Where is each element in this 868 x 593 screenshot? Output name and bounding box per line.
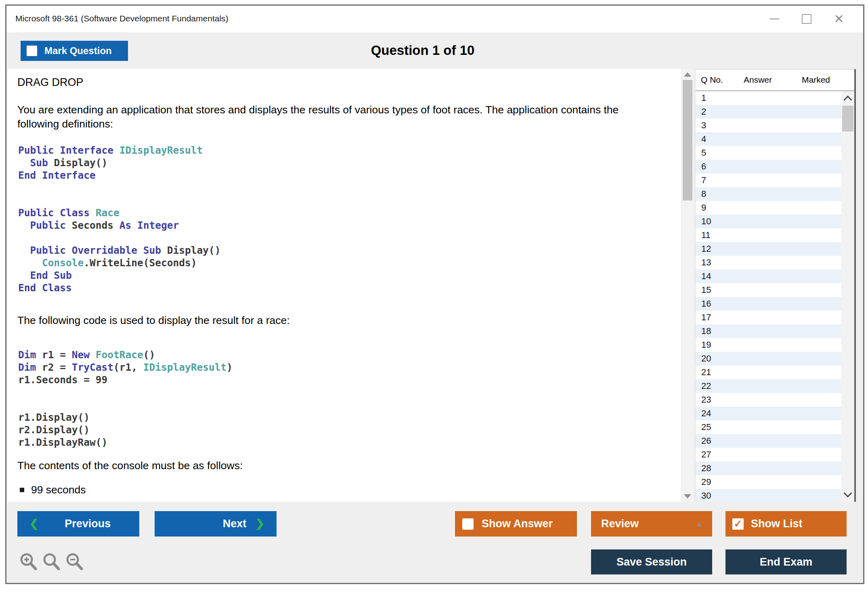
review-button[interactable]: Review ▲ bbox=[591, 511, 712, 537]
review-label: Review bbox=[601, 518, 639, 530]
list-item[interactable]: 1 bbox=[696, 91, 841, 105]
show-answer-label: Show Answer bbox=[482, 518, 553, 530]
minimize-button[interactable] bbox=[768, 13, 781, 25]
maximize-icon bbox=[802, 14, 811, 24]
code-intro-text: The following code is used to display th… bbox=[17, 313, 290, 328]
list-item[interactable]: 8 bbox=[696, 187, 841, 201]
show-list-button[interactable]: ✓ Show List bbox=[725, 511, 847, 537]
app-window: Microsoft 98-361 (Software Development F… bbox=[5, 4, 864, 584]
question-list-rows: 1234567891011121314151617181920212223242… bbox=[696, 91, 841, 502]
list-scroll-up-icon[interactable] bbox=[843, 96, 852, 104]
list-item[interactable]: 27 bbox=[696, 448, 841, 461]
close-icon: ✕ bbox=[834, 13, 844, 25]
title-bar: Microsoft 98-361 (Software Development F… bbox=[6, 6, 863, 32]
list-item[interactable]: 15 bbox=[696, 283, 841, 297]
window-controls: ✕ bbox=[768, 6, 845, 32]
list-item[interactable]: 11 bbox=[696, 228, 841, 242]
column-header-qno: Q No. bbox=[701, 75, 723, 85]
show-answer-checkbox[interactable] bbox=[462, 518, 474, 530]
app-body: Mark Question Question 1 of 10 DRAG DROP… bbox=[6, 32, 863, 583]
question-type-label: DRAG DROP bbox=[17, 76, 84, 89]
column-header-answer: Answer bbox=[730, 75, 786, 85]
chevron-left-icon: ❮ bbox=[29, 518, 39, 529]
chevron-right-icon: ❯ bbox=[255, 518, 264, 529]
list-item[interactable]: 18 bbox=[696, 324, 841, 338]
list-item[interactable]: 4 bbox=[696, 132, 841, 146]
window-title: Microsoft 98-361 (Software Development F… bbox=[15, 14, 229, 23]
list-item[interactable]: 13 bbox=[696, 256, 841, 269]
list-item[interactable]: 9 bbox=[696, 201, 841, 215]
scroll-up-arrow-icon[interactable] bbox=[684, 72, 691, 77]
save-session-label: Save Session bbox=[616, 556, 687, 568]
bullet-icon bbox=[20, 488, 24, 492]
previous-button[interactable]: ❮ Previous bbox=[17, 511, 139, 537]
previous-label: Previous bbox=[39, 518, 137, 530]
save-session-button[interactable]: Save Session bbox=[591, 549, 712, 574]
question-content: DRAG DROP You are extending an applicati… bbox=[8, 69, 681, 502]
next-label: Next bbox=[223, 518, 247, 530]
zoom-in-icon[interactable] bbox=[19, 552, 38, 572]
list-item[interactable]: 3 bbox=[696, 119, 841, 132]
maximize-button[interactable] bbox=[800, 13, 813, 25]
console-intro-text: The contents of the console must be as f… bbox=[17, 459, 243, 473]
list-scrollbar-thumb[interactable] bbox=[842, 106, 853, 132]
next-button[interactable]: Next ❯ bbox=[155, 511, 277, 537]
list-item[interactable]: 29 bbox=[696, 475, 841, 489]
content-scrollbar[interactable] bbox=[682, 69, 693, 502]
question-intro-text: You are extending an application that st… bbox=[17, 103, 657, 131]
checkmark-icon: ✓ bbox=[734, 519, 742, 529]
list-item[interactable]: 10 bbox=[696, 215, 841, 228]
list-item[interactable]: 17 bbox=[696, 311, 841, 324]
list-item[interactable]: 5 bbox=[696, 146, 841, 160]
question-list-panel: Q No. Answer Marked 12345678910111213141… bbox=[695, 69, 856, 502]
list-item[interactable]: 2 bbox=[696, 105, 841, 119]
question-counter: Question 1 of 10 bbox=[6, 43, 839, 58]
list-item[interactable]: 6 bbox=[696, 160, 841, 173]
end-exam-label: End Exam bbox=[760, 556, 813, 568]
list-item[interactable]: 21 bbox=[696, 365, 841, 379]
list-item[interactable]: 30 bbox=[696, 489, 841, 502]
list-item[interactable]: 26 bbox=[696, 434, 841, 448]
show-list-checkbox[interactable]: ✓ bbox=[732, 518, 744, 530]
minimize-icon bbox=[769, 19, 779, 19]
list-scroll-down-icon[interactable] bbox=[843, 489, 852, 497]
console-output-item: 99 seconds bbox=[20, 484, 86, 496]
show-list-label: Show List bbox=[751, 518, 803, 530]
show-answer-button[interactable]: Show Answer bbox=[455, 511, 577, 537]
list-item[interactable]: 22 bbox=[696, 379, 841, 393]
list-item[interactable]: 7 bbox=[696, 173, 841, 187]
list-item[interactable]: 28 bbox=[696, 461, 841, 475]
end-exam-button[interactable]: End Exam bbox=[725, 549, 847, 574]
list-item[interactable]: 12 bbox=[696, 242, 841, 256]
zoom-out-icon[interactable] bbox=[65, 552, 84, 572]
list-item[interactable]: 20 bbox=[696, 352, 841, 365]
zoom-controls bbox=[19, 552, 84, 572]
column-header-marked: Marked bbox=[788, 75, 844, 85]
list-item[interactable]: 24 bbox=[696, 407, 841, 420]
triangle-up-icon: ▲ bbox=[696, 520, 703, 528]
list-scrollbar[interactable] bbox=[841, 91, 854, 502]
close-button[interactable]: ✕ bbox=[832, 13, 845, 25]
list-item[interactable]: 23 bbox=[696, 393, 841, 407]
code-block-definitions: Public Interface IDisplayResult Sub Disp… bbox=[18, 144, 221, 294]
list-item[interactable]: 16 bbox=[696, 297, 841, 311]
content-scrollbar-thumb[interactable] bbox=[683, 80, 692, 200]
console-output-text: 99 seconds bbox=[31, 484, 86, 496]
scroll-down-arrow-icon[interactable] bbox=[684, 494, 691, 499]
code-block-usage: Dim r1 = New FootRace()Dim r2 = TryCast(… bbox=[18, 349, 233, 449]
zoom-reset-icon[interactable] bbox=[42, 552, 61, 572]
list-item[interactable]: 25 bbox=[696, 420, 841, 434]
list-item[interactable]: 19 bbox=[696, 338, 841, 352]
list-item[interactable]: 14 bbox=[696, 269, 841, 283]
question-list-header: Q No. Answer Marked bbox=[696, 69, 854, 91]
